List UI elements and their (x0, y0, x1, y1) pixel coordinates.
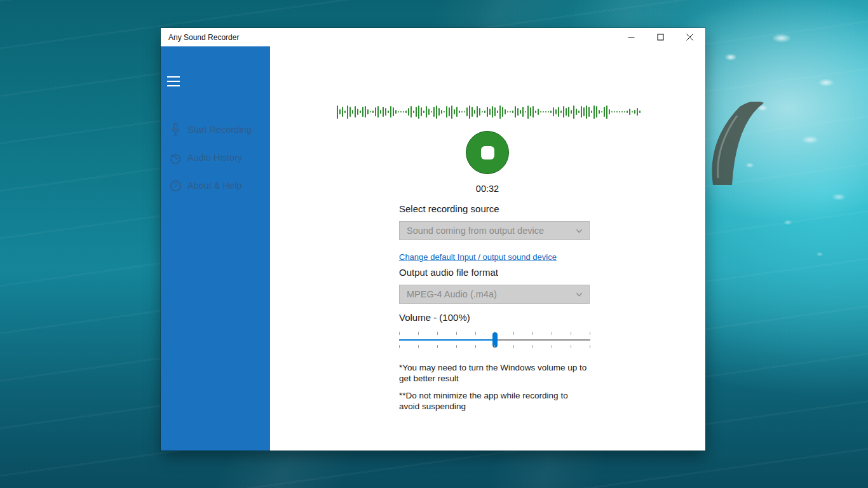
minimize-icon (628, 34, 635, 41)
close-icon (686, 34, 693, 41)
microphone-icon (169, 123, 182, 137)
minimize-button[interactable] (620, 28, 642, 46)
output-format-label: Output audio file format (399, 267, 498, 278)
output-format-value: MPEG-4 Audio (.m4a) (407, 289, 576, 299)
note-volume: *You may need to turn the Windows volume… (399, 363, 587, 384)
recording-timer: 00:32 (449, 184, 526, 194)
wallpaper-fin-shape (707, 102, 765, 186)
audio-waveform (337, 104, 643, 120)
sidebar-item-label: Audio History (187, 152, 242, 163)
help-circle-icon: ? (169, 179, 182, 193)
slider-fill (399, 339, 495, 341)
hamburger-icon (167, 76, 180, 78)
volume-slider[interactable] (399, 332, 590, 348)
sidebar-item-label: Start Recording (187, 125, 252, 135)
chevron-down-icon (576, 227, 583, 234)
window-title: Any Sound Recorder (168, 33, 239, 42)
change-device-link[interactable]: Change default Input / output sound devi… (399, 252, 557, 262)
output-format-dropdown[interactable]: MPEG-4 Audio (.m4a) (399, 285, 590, 304)
maximize-icon (657, 34, 664, 41)
app-window: Any Sound Recorder (161, 28, 705, 451)
stop-recording-button[interactable] (466, 131, 509, 174)
sidebar-item-start-recording[interactable]: Start Recording (161, 116, 270, 144)
close-button[interactable] (679, 28, 700, 46)
note-minimize: **Do not minimize the app while recordin… (399, 391, 587, 412)
maximize-button[interactable] (649, 28, 671, 46)
history-icon (169, 151, 182, 165)
sidebar-item-label: About & Help (187, 180, 241, 191)
hamburger-menu-button[interactable] (167, 76, 180, 86)
svg-text:?: ? (173, 182, 177, 189)
stop-icon (481, 146, 494, 159)
slider-ticks-bottom (399, 345, 590, 348)
chevron-down-icon (576, 291, 583, 298)
recording-source-label: Select recording source (399, 203, 499, 214)
volume-label: Volume - (100%) (399, 312, 470, 323)
recording-source-value: Sound coming from output device (407, 226, 576, 236)
recording-source-dropdown[interactable]: Sound coming from output device (399, 221, 590, 240)
sidebar: Start Recording Audio History ? About & … (161, 46, 270, 451)
sidebar-item-about-help[interactable]: ? About & Help (161, 172, 270, 200)
sidebar-item-audio-history[interactable]: Audio History (161, 144, 270, 172)
